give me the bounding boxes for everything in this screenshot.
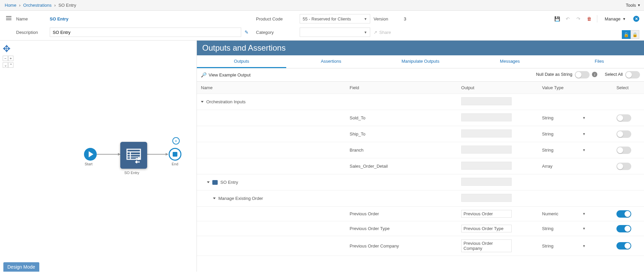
category-label: Category — [256, 30, 296, 35]
panel: Outputs and Assertions Outputs Assertion… — [197, 41, 644, 272]
value-type-select[interactable]: Numeric▼ — [542, 211, 586, 216]
undo-icon[interactable]: ↶ — [565, 16, 571, 22]
content: ✥ − + ⌄ ⌃ Start — [0, 40, 644, 272]
start-node[interactable] — [84, 148, 97, 161]
chevron-down-icon — [207, 181, 210, 183]
move-icon[interactable]: ✥ — [3, 43, 13, 54]
table-row: Orchestration Inputs — [197, 94, 644, 110]
chevron-down-icon — [213, 198, 216, 199]
collapse-all-button[interactable]: ⌃ — [8, 62, 13, 68]
col-name: Name — [197, 82, 346, 94]
manage-button[interactable]: Manage ▼ — [602, 14, 629, 23]
select-toggle[interactable] — [616, 225, 631, 232]
select-toggle[interactable] — [616, 210, 631, 218]
save-icon[interactable]: 💾 — [554, 16, 560, 22]
select-toggle[interactable] — [616, 147, 631, 154]
select-all-toggle[interactable] — [625, 71, 640, 78]
tab-files[interactable]: Files — [555, 55, 644, 68]
category-select[interactable]: ▼ — [300, 27, 370, 37]
table-row: Manage Existing Order — [197, 190, 644, 207]
panel-title: Outputs and Assertions — [197, 41, 644, 55]
value-type-select[interactable]: String▼ — [542, 148, 586, 153]
form-grid: Name SO Entry Product Code 55 - Reserved… — [16, 14, 551, 37]
caret-down-icon: ▼ — [583, 116, 586, 120]
col-select: Select — [612, 82, 644, 94]
redo-icon[interactable]: ↷ — [575, 16, 582, 22]
description-label: Description — [16, 30, 46, 35]
outputs-badge-icon[interactable]: ≡ — [172, 137, 180, 145]
table-row: Sold_ToString▼ — [197, 110, 644, 126]
view-example-output[interactable]: 🔎 View Example Output — [201, 72, 251, 77]
null-date-toggle[interactable] — [575, 71, 590, 78]
close-icon[interactable]: ✕ — [633, 16, 639, 22]
design-mode-button[interactable]: Design Mode — [3, 262, 39, 272]
field-cell: Sold_To — [346, 110, 457, 126]
tools-menu[interactable]: Tools ▼ — [626, 3, 641, 8]
select-toggle[interactable] — [616, 242, 631, 250]
tab-manipulate-outputs[interactable]: Manipulate Outputs — [376, 55, 465, 68]
end-label: End — [172, 162, 178, 166]
breadcrumb-orchestrations[interactable]: Orchestrations — [23, 3, 52, 8]
select-toggle[interactable] — [616, 114, 631, 122]
manage-label: Manage — [605, 16, 620, 21]
value-type-select[interactable]: String▼ — [542, 226, 586, 231]
group-toggle[interactable]: Manage Existing Order — [201, 196, 342, 201]
value-type-select[interactable]: String▼ — [542, 115, 586, 120]
value-type-value: String — [542, 148, 554, 153]
null-date-label: Null Date as String — [536, 72, 572, 77]
task-node[interactable] — [120, 142, 147, 169]
outputs-table: Name Field Output Value Type Select Orch… — [197, 81, 644, 256]
field-cell: Previous Order Company — [346, 236, 457, 256]
share-label: Share — [379, 30, 391, 35]
table-row: Sales_Order_DetailArray — [197, 158, 644, 174]
delete-icon[interactable]: 🗑 — [586, 16, 592, 22]
tab-messages[interactable]: Messages — [465, 55, 555, 68]
output-input[interactable]: Previous Order Type — [461, 225, 512, 232]
output-cell — [461, 113, 512, 121]
value-type-select[interactable]: String▼ — [542, 243, 586, 249]
breadcrumb-home[interactable]: Home — [5, 3, 16, 8]
product-code-select[interactable]: 55 - Reserved for Clients ▼ — [300, 14, 370, 23]
group-toggle[interactable]: SO Entry — [201, 180, 342, 185]
name-value[interactable]: SO Entry — [50, 16, 241, 21]
value-type-value: Numeric — [542, 211, 558, 216]
caret-down-icon: ▼ — [583, 212, 586, 216]
canvas-tools: ✥ − + ⌄ ⌃ — [3, 43, 13, 68]
edit-icon[interactable]: ✎ — [245, 30, 253, 35]
col-value-type: Value Type — [538, 82, 612, 94]
select-toggle[interactable] — [616, 163, 631, 170]
field-cell: Sales_Order_Detail — [346, 158, 457, 174]
output-input[interactable]: Previous Order — [461, 210, 512, 218]
output-input[interactable]: Previous Order Company — [461, 239, 512, 252]
tab-outputs[interactable]: Outputs — [197, 55, 286, 68]
expand-all-button[interactable]: ⌄ — [3, 62, 8, 68]
right-toolbar: 💾 ↶ ↷ 🗑 Manage ▼ ✕ — [554, 14, 639, 23]
select-toggle[interactable] — [616, 130, 631, 138]
separator — [597, 15, 597, 22]
value-type-value: Array — [542, 164, 553, 169]
info-icon[interactable]: i — [592, 72, 597, 77]
value-type-select[interactable]: String▼ — [542, 131, 586, 136]
table-row: Previous Order TypePrevious Order TypeSt… — [197, 221, 644, 236]
flow-diagram: Start SO Entry ≡ End — [13, 134, 185, 175]
description-input[interactable] — [50, 27, 241, 37]
value-type-value: String — [542, 243, 554, 249]
tab-assertions[interactable]: Assertions — [286, 55, 376, 68]
group-toggle[interactable]: Orchestration Inputs — [201, 99, 342, 104]
output-cell — [461, 162, 512, 170]
view-example-label: View Example Output — [209, 72, 251, 77]
table-row: Previous Order CompanyPrevious Order Com… — [197, 236, 644, 256]
hamburger-icon[interactable] — [5, 14, 13, 22]
lock-icon[interactable]: 🔒 — [631, 30, 639, 39]
canvas[interactable]: ✥ − + ⌄ ⌃ Start — [0, 41, 197, 272]
unlock-icon[interactable]: 🔓 — [622, 30, 631, 39]
caret-down-icon: ▼ — [364, 31, 367, 34]
share-button[interactable]: ↗ Share — [374, 30, 400, 35]
zoom-in-button[interactable]: + — [8, 56, 13, 61]
caret-down-icon: ▼ — [622, 17, 626, 21]
zoom-out-button[interactable]: − — [3, 56, 8, 61]
end-node[interactable] — [169, 148, 181, 161]
col-output: Output — [457, 82, 538, 94]
field-cell: Previous Order Type — [346, 221, 457, 236]
value-type-select[interactable]: Array — [542, 164, 586, 169]
